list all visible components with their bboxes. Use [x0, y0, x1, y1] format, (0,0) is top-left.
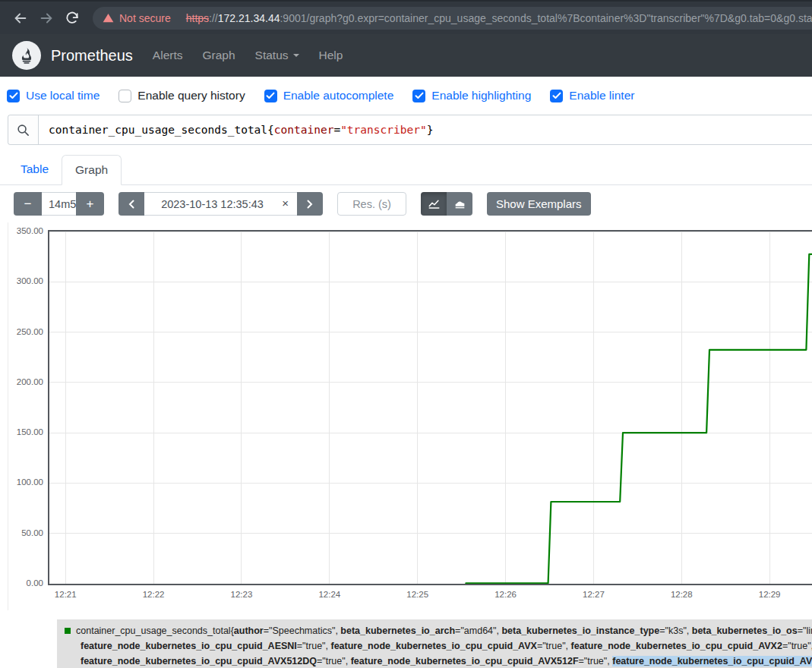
legend-line: feature_node_kubernetes_io_cpu_cpuid_AES… — [65, 638, 812, 654]
url-path: :9001/graph?g0.expr=container_cpu_usage_… — [280, 12, 812, 24]
graph-controls: − + × Show Exemplars — [14, 192, 812, 216]
y-axis-label: 200.00 — [8, 377, 43, 386]
stacked-chart-icon[interactable] — [447, 192, 472, 216]
resolution-input[interactable] — [337, 192, 406, 216]
plot-area — [48, 230, 812, 585]
nav-item-alerts[interactable]: Alerts — [153, 49, 183, 62]
y-axis-label: 300.00 — [8, 276, 43, 285]
x-axis-label: 12:25 — [395, 590, 441, 599]
x-axis-label: 12:26 — [483, 590, 529, 599]
query-segment: container — [274, 124, 334, 136]
y-axis-label: 250.00 — [8, 327, 43, 336]
datetime-input[interactable] — [144, 193, 297, 215]
nav-links: AlertsGraphStatusHelp — [133, 49, 343, 62]
reload-icon[interactable] — [59, 5, 85, 31]
y-axis-label: 50.00 — [8, 528, 43, 537]
back-icon[interactable] — [8, 5, 33, 31]
option-label: Use local time — [26, 89, 100, 102]
x-axis-label: 12:29 — [747, 590, 792, 599]
query-segment: } — [427, 124, 434, 136]
warning-icon — [103, 12, 114, 24]
legend-text: beta_kubernetes_io_arch — [340, 625, 455, 636]
range-stepper: − + — [14, 192, 104, 216]
option-use-local-time[interactable]: Use local time — [7, 89, 100, 102]
legend-text: ="true", — [297, 641, 331, 651]
previous-time-button[interactable] — [118, 192, 144, 216]
legend-text: ="true", — [537, 641, 571, 651]
enable-query-history-checkbox[interactable] — [118, 90, 131, 102]
x-axis-label: 12:23 — [219, 590, 264, 599]
clear-time-icon[interactable]: × — [282, 197, 289, 210]
legend-text: feature_node_kubernetes_io_cpu_cpuid_AES… — [81, 641, 297, 651]
datetime-wrap: × — [144, 192, 297, 216]
option-enable-query-history[interactable]: Enable query history — [118, 89, 245, 102]
legend-text: ="linux", — [798, 625, 812, 636]
tab-graph[interactable]: Graph — [62, 155, 122, 185]
line-chart-icon[interactable] — [421, 192, 447, 216]
next-time-button[interactable] — [297, 192, 323, 216]
enable-linter-checkbox[interactable] — [550, 90, 563, 102]
legend-text: ="true", — [579, 656, 613, 666]
option-label: Enable query history — [137, 89, 245, 102]
nav-item-status[interactable]: Status — [255, 49, 299, 62]
option-label: Enable autocomplete — [283, 89, 394, 102]
legend-text: feature_node_kubernetes_io_cpu_cpuid_AVX… — [571, 641, 782, 651]
graph-legend[interactable]: container_cpu_usage_seconds_total{author… — [57, 619, 812, 668]
search-icon — [8, 115, 39, 144]
legend-text: feature_node_kubernetes_io_cpu_cpuid_AVX… — [81, 656, 317, 666]
legend-text: feature_node_kubernetes_io_cpu_cpuid_AVX — [330, 641, 536, 651]
option-label: Enable highlighting — [431, 89, 531, 102]
legend-text: feature_node_kubernetes_io_cpu_cpuid_AVX… — [351, 656, 579, 666]
option-label: Enable linter — [569, 89, 634, 102]
x-axis-label: 12:21 — [43, 590, 88, 599]
y-axis-label: 0.00 — [8, 578, 43, 588]
legend-text: author — [234, 625, 264, 636]
enable-highlighting-checkbox[interactable] — [412, 90, 425, 102]
legend-text: ="true", — [317, 656, 351, 666]
series-line — [466, 254, 812, 584]
range-input[interactable] — [42, 192, 76, 216]
prometheus-logo-icon[interactable] — [12, 41, 41, 70]
y-axis-label: 350.00 — [8, 226, 43, 235]
panel-tabs: Table Graph — [0, 155, 812, 185]
chevron-down-icon — [293, 54, 299, 57]
increase-range-button[interactable]: + — [76, 192, 104, 216]
forward-icon[interactable] — [33, 5, 59, 31]
y-axis-label: 150.00 — [8, 427, 43, 436]
browser-toolbar: Not secure https://172.21.34.44:9001/gra… — [0, 0, 812, 34]
legend-text: ="Speechmatics", — [264, 625, 341, 636]
nav-item-help[interactable]: Help — [319, 49, 343, 62]
address-bar[interactable]: Not secure https://172.21.34.44:9001/gra… — [93, 7, 812, 30]
query-input-group: container_cpu_usage_seconds_total{contai… — [8, 115, 812, 145]
legend-label-highlighted: feature_node_kubernetes_io_cpu_cpuid_AVX… — [612, 656, 812, 666]
tab-table[interactable]: Table — [8, 155, 62, 184]
legend-text: ="k3s", — [659, 625, 692, 636]
url-host: 172.21.34.44 — [218, 12, 280, 24]
url-scheme: https — [186, 12, 209, 24]
query-segment: container_cpu_usage_seconds_total{ — [49, 124, 274, 136]
query-expression-input[interactable]: container_cpu_usage_seconds_total{contai… — [39, 115, 812, 144]
x-axis-label: 12:22 — [131, 590, 176, 599]
plot-svg — [49, 232, 812, 584]
y-axis-label: 100.00 — [8, 477, 43, 487]
x-axis-label: 12:24 — [307, 590, 352, 599]
legend-text: container_cpu_usage_seconds_total{ — [76, 625, 234, 636]
option-enable-linter[interactable]: Enable linter — [550, 89, 634, 102]
chart-type-toggle — [421, 192, 472, 216]
legend-line: feature_node_kubernetes_io_cpu_cpuid_AVX… — [65, 654, 812, 668]
x-axis-label: 12:27 — [570, 590, 616, 599]
decrease-range-button[interactable]: − — [14, 192, 42, 216]
time-picker: × — [118, 192, 323, 216]
query-segment: = — [333, 124, 340, 136]
legend-text: ="amd64", — [455, 625, 501, 636]
show-exemplars-button[interactable]: Show Exemplars — [487, 192, 591, 216]
option-enable-highlighting[interactable]: Enable highlighting — [412, 89, 531, 102]
legend-text: beta_kubernetes_io_instance_type — [501, 625, 659, 636]
graph-canvas[interactable]: 0.0050.00100.00150.00200.00250.00300.003… — [8, 222, 812, 610]
app-title[interactable]: Prometheus — [51, 47, 133, 65]
use-local-time-checkbox[interactable] — [7, 90, 20, 102]
nav-item-graph[interactable]: Graph — [202, 49, 235, 62]
enable-autocomplete-checkbox[interactable] — [264, 90, 277, 102]
legend-text: beta_kubernetes_io_os — [692, 625, 798, 636]
option-enable-autocomplete[interactable]: Enable autocomplete — [264, 89, 394, 102]
